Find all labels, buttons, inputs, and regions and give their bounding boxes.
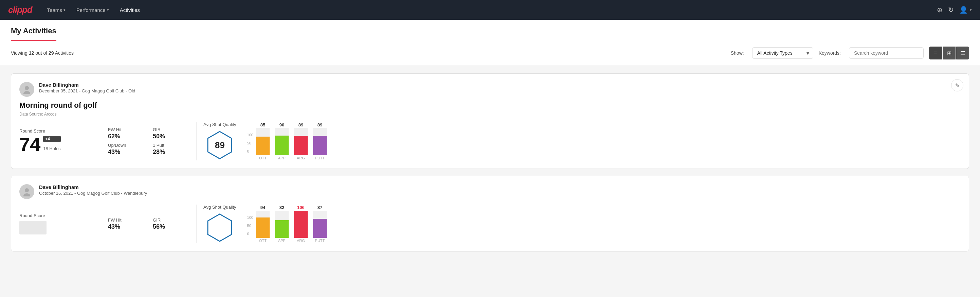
y-label-50: 50	[247, 224, 253, 228]
sub-header: My Activities	[0, 20, 980, 41]
y-label-50: 50	[247, 141, 253, 145]
nav-teams[interactable]: Teams ▾	[43, 5, 70, 16]
ott-bar-fill	[256, 137, 270, 155]
gir-value: 56%	[153, 223, 189, 230]
card-user-info: Dave Billingham October 16, 2021 - Gog M…	[39, 184, 147, 196]
ott-bar-bg	[256, 128, 270, 155]
card-user-info: Dave Billingham December 05, 2021 - Gog …	[39, 82, 135, 93]
arg-value: 106	[297, 205, 305, 210]
quality-label: Avg Shot Quality	[204, 122, 236, 127]
grid-view-btn[interactable]: ⊞	[943, 46, 956, 59]
card-main-content: Round Score FW Hit 43% GIR 56%	[19, 204, 961, 243]
teams-chevron-icon: ▾	[64, 8, 65, 12]
bar-putt: 87 PUTT	[313, 205, 327, 243]
quality-hex-section: Avg Shot Quality	[204, 204, 236, 243]
app-bar-fill	[275, 220, 289, 238]
y-label-100: 100	[247, 216, 253, 220]
stat-grid: FW Hit 62% GIR 50% Up/Down 43% 1 Putt 28…	[108, 127, 189, 156]
viewing-count: 12	[29, 50, 34, 56]
bar-chart-container: 100 50 0 94 OTT	[247, 205, 961, 243]
fw-hit-label: FW Hit	[108, 217, 145, 223]
bar-chart: 100 50 0 85 OTT	[247, 123, 961, 160]
round-score-section: Round Score 74 +4 18 Holes	[19, 128, 94, 154]
activity-card: ✎ Dave Billingham December 05, 2021 - Go…	[11, 73, 969, 169]
card-date: December 05, 2021 - Gog Magog Golf Club …	[39, 88, 135, 93]
stats-section: FW Hit 43% GIR 56%	[108, 217, 189, 230]
round-score-placeholder	[19, 221, 46, 235]
fw-hit-value: 43%	[108, 223, 145, 230]
ott-label: OTT	[259, 156, 267, 160]
bar-arg: 89 ARG	[294, 122, 308, 160]
toolbar: Viewing 12 out of 29 Activities Show: Al…	[0, 41, 980, 65]
list-view-btn[interactable]: ≡	[929, 46, 942, 59]
header-right: ⊕ ↻ 👤 ▾	[937, 6, 972, 14]
round-holes: 18 Holes	[43, 146, 60, 151]
one-putt-label: 1 Putt	[153, 143, 189, 148]
ott-bar-bg	[256, 211, 270, 238]
updown-value: 43%	[108, 148, 145, 156]
score-diff-badge: +4	[43, 136, 60, 142]
show-label: Show:	[731, 50, 744, 56]
card-username: Dave Billingham	[39, 184, 147, 190]
putt-bar-bg	[313, 128, 327, 155]
y-label-100: 100	[247, 133, 253, 137]
round-score-value: 74	[19, 135, 40, 154]
bar-chart: 100 50 0 94 OTT	[247, 205, 961, 243]
round-score-label: Round Score	[19, 128, 94, 134]
refresh-icon[interactable]: ↻	[948, 6, 954, 14]
fw-hit-stat: FW Hit 62%	[108, 127, 145, 140]
bar-putt: 89 PUTT	[313, 122, 327, 160]
arg-label: ARG	[297, 238, 305, 243]
fw-hit-label: FW Hit	[108, 127, 145, 132]
activity-type-select[interactable]: All Activity Types	[752, 47, 813, 59]
page-title: My Activities	[11, 20, 56, 41]
quality-hexagon: 89	[204, 130, 235, 160]
quality-chart-section: Avg Shot Quality 89 100	[204, 122, 961, 160]
one-putt-value: 28%	[153, 148, 189, 156]
header: clippd Teams ▾ Performance ▾ Activities …	[0, 0, 980, 20]
card-header: Dave Billingham October 16, 2021 - Gog M…	[19, 184, 961, 199]
bars: 85 OTT 90	[256, 126, 327, 160]
putt-value: 89	[318, 122, 322, 128]
putt-bar-bg	[313, 211, 327, 238]
nav-performance[interactable]: Performance ▾	[72, 5, 113, 16]
svg-point-0	[25, 86, 29, 90]
card-title: Morning round of golf	[19, 101, 961, 110]
quality-label: Avg Shot Quality	[204, 204, 236, 210]
putt-label: PUTT	[315, 238, 325, 243]
logo[interactable]: clippd	[8, 5, 32, 15]
arg-bar-fill	[294, 211, 308, 238]
performance-chevron-icon: ▾	[107, 8, 109, 12]
user-menu-button[interactable]: 👤 ▾	[959, 6, 972, 14]
user-chevron-icon: ▾	[970, 8, 972, 12]
viewing-total: 29	[49, 50, 54, 56]
putt-value: 87	[318, 205, 322, 210]
gir-stat: GIR 50%	[153, 127, 189, 140]
putt-label: PUTT	[315, 156, 325, 160]
add-icon[interactable]: ⊕	[937, 6, 943, 14]
fw-hit-stat: FW Hit 43%	[108, 217, 145, 230]
svg-marker-5	[208, 214, 232, 241]
arg-bar-bg	[294, 128, 308, 155]
round-score-label: Round Score	[19, 213, 94, 218]
gir-label: GIR	[153, 217, 189, 223]
edit-button[interactable]: ✎	[951, 79, 963, 91]
search-input[interactable]	[849, 47, 924, 59]
quality-score: 89	[215, 140, 225, 150]
gir-value: 50%	[153, 133, 189, 140]
app-bar-bg	[275, 211, 289, 238]
bars: 94 OTT 82 APP	[256, 209, 327, 243]
app-bar-fill	[275, 136, 289, 155]
fw-hit-value: 62%	[108, 133, 145, 140]
app-label: APP	[278, 238, 286, 243]
nav: Teams ▾ Performance ▾ Activities	[43, 5, 144, 16]
bar-app: 90 APP	[275, 122, 289, 160]
arg-bar-bg	[294, 211, 308, 238]
separator-2	[196, 204, 197, 243]
y-label-0: 0	[247, 232, 253, 236]
separator-1	[101, 122, 101, 160]
compact-view-btn[interactable]: ☰	[956, 46, 969, 59]
stat-grid: FW Hit 43% GIR 56%	[108, 217, 189, 230]
nav-activities[interactable]: Activities	[116, 5, 144, 16]
y-label-0: 0	[247, 149, 253, 153]
